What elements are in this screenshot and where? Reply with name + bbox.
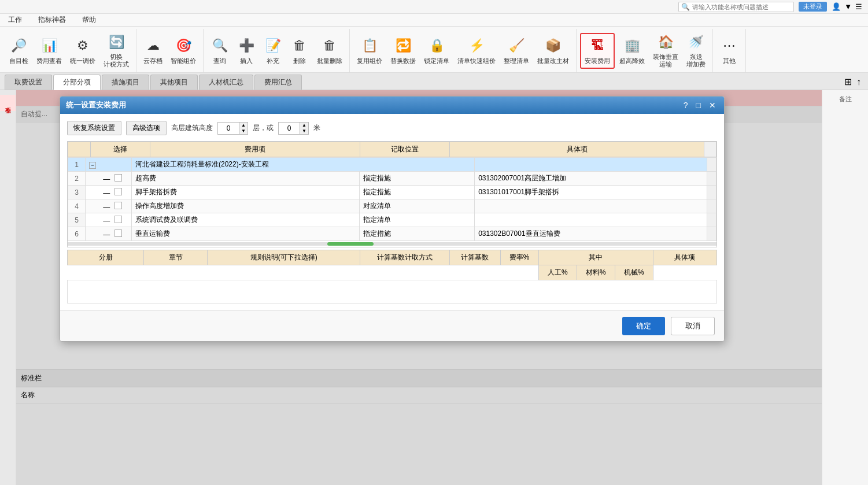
deco-vert-icon: 🏠 — [656, 33, 675, 51]
toolbar-item-unified[interactable]: ⚙ 统一调价 — [67, 34, 99, 68]
table-row: 4 — 操作高度增加费 对应清单 — [68, 199, 716, 213]
row-scroll-1 — [707, 158, 716, 172]
menu-work[interactable]: 工作 — [6, 14, 24, 26]
floor-down-btn[interactable]: ▼ — [239, 128, 248, 134]
bth-jisuan-base: 计算基数 — [449, 250, 500, 265]
tab-qufei[interactable]: 取费设置 — [5, 75, 52, 90]
toolbar-label-delete: 删除 — [293, 57, 306, 65]
toolbar-item-fee-view[interactable]: 📊 费用查看 — [33, 34, 65, 68]
tab-rencaiji[interactable]: 人材机汇总 — [199, 75, 253, 90]
th-fee-item: 费用项 — [150, 142, 360, 157]
expand-icon-1[interactable]: － — [89, 162, 96, 169]
cancel-button[interactable]: 取消 — [671, 317, 715, 335]
toolbar-item-insert[interactable]: ➕ 插入 — [234, 34, 259, 68]
search-box[interactable]: 🔍 — [678, 2, 794, 12]
toolbar-item-other[interactable]: ⋯ 其他 — [716, 34, 742, 68]
layout-icon[interactable]: ⊞ — [842, 74, 854, 90]
meter-up-btn[interactable]: ▲ — [300, 123, 308, 128]
menu-icon[interactable]: ☰ — [855, 2, 862, 11]
batch-mat-icon: 📦 — [544, 36, 563, 55]
super-eff-icon: 🏢 — [623, 36, 641, 55]
tab-feiyong[interactable]: 费用汇总 — [254, 75, 302, 90]
tab-fenbufenxiang[interactable]: 分部分项 — [53, 75, 101, 90]
checkbox-4[interactable] — [114, 202, 122, 209]
up-icon[interactable]: ↑ — [854, 75, 863, 90]
bottom-table-area: 分册 章节 规则说明(可下拉选择) 计算基数计取方式 计算基数 费率% 其中 具… — [67, 250, 717, 303]
toolbar-label-batch-mat: 批量改主材 — [537, 57, 569, 65]
checkbox-2[interactable] — [114, 174, 122, 182]
toolbar-item-quick-grp[interactable]: ⚡ 清单快速组价 — [454, 34, 499, 68]
menu-help[interactable]: 帮助 — [80, 14, 98, 26]
bottom-table-empty-row — [68, 280, 717, 303]
restore-btn[interactable]: 恢复系统设置 — [67, 121, 121, 135]
row-detail-5 — [475, 213, 707, 227]
checkbox-5[interactable] — [114, 216, 122, 223]
toolbar-label-batch-del: 批量删除 — [317, 57, 342, 65]
floor-spinner: ▲ ▼ — [239, 123, 248, 134]
checkbox-3[interactable] — [114, 188, 122, 195]
toolbar-item-reuse[interactable]: 📋 复用组价 — [353, 34, 386, 68]
toolbar-item-deco-vert[interactable]: 🏠 装饰垂直运输 — [649, 31, 682, 71]
other-icon: ⋯ — [720, 36, 738, 55]
checkbox-6[interactable] — [114, 229, 122, 237]
toolbar-item-install-fee[interactable]: 🏗 安装费用 — [580, 33, 615, 69]
th-select: 选择 — [90, 142, 150, 157]
login-button[interactable]: 未登录 — [799, 2, 827, 12]
bth2-detail — [653, 265, 716, 280]
meter-input[interactable] — [279, 124, 300, 133]
toolbar-label-install-fee: 安装费用 — [585, 57, 610, 65]
check-icon: 🔎 — [10, 36, 28, 55]
table-scroll[interactable]: 1 － 河北省建设工程消耗量标准(2022)-安装工程 — [68, 157, 716, 241]
floor-up-btn[interactable]: ▲ — [239, 123, 248, 128]
dash-4: — — [103, 203, 110, 211]
dialog-maximize-button[interactable]: □ — [694, 101, 703, 110]
settings-icon[interactable]: ▼ — [844, 2, 852, 11]
dialog-close-button[interactable]: ✕ — [707, 101, 718, 110]
toolbar-item-lock[interactable]: 🔒 锁定清单 — [420, 34, 453, 68]
toolbar-item-cloud[interactable]: ☁ 云存档 — [140, 34, 166, 68]
row-select-6: — — [86, 227, 132, 241]
toolbar-item-query[interactable]: 🔍 查询 — [207, 34, 232, 68]
toolbar-label-fee-view: 费用查看 — [36, 57, 62, 65]
toolbar-item-check[interactable]: 🔎 自目检 — [6, 34, 32, 68]
tab-qita[interactable]: 其他项目 — [150, 75, 198, 90]
dash-6: — — [103, 231, 110, 239]
toolbar-label-quick-grp: 清单快速组价 — [457, 57, 496, 65]
toolbar-item-clean[interactable]: 🧹 整理清单 — [500, 34, 533, 68]
row-position-3: 指定措施 — [360, 186, 475, 199]
toolbar-item-super-eff[interactable]: 🏢 超高降效 — [616, 34, 648, 68]
toolbar-label-unified: 统一调价 — [70, 57, 95, 65]
toolbar-item-switch[interactable]: 🔄 切换计税方式 — [100, 31, 132, 71]
toolbar-item-fill[interactable]: 📝 补充 — [260, 34, 286, 68]
toolbar-item-delete[interactable]: 🗑 删除 — [287, 34, 312, 68]
floor-label: 层，或 — [253, 123, 274, 133]
row-fee-3: 脚手架搭拆费 — [132, 186, 360, 199]
reuse-icon: 📋 — [360, 36, 379, 55]
meter-down-btn[interactable]: ▼ — [300, 128, 308, 134]
toolbar-item-smart[interactable]: 🎯 智能组价 — [167, 34, 200, 68]
bth-jisuan-base-method: 计算基数计取方式 — [360, 250, 449, 265]
top-icons: 👤 ▼ ☰ — [832, 2, 862, 11]
advanced-btn[interactable]: 高级选项 — [126, 121, 167, 135]
floor-input[interactable] — [218, 124, 239, 133]
row-scroll-2 — [707, 172, 716, 186]
scroll-indicator[interactable] — [68, 242, 716, 246]
tab-cuoshi[interactable]: 措施项目 — [102, 75, 149, 90]
toolbar-item-batch-del[interactable]: 🗑 批量删除 — [313, 34, 346, 68]
dialog-help-button[interactable]: ? — [681, 101, 690, 110]
left-sidebar: 别 整个项 — [0, 90, 16, 485]
search-input[interactable] — [692, 3, 785, 10]
confirm-button[interactable]: 确定 — [622, 317, 665, 335]
bottom-table: 分册 章节 规则说明(可下拉选择) 计算基数计取方式 计算基数 费率% 其中 具… — [67, 250, 717, 303]
toolbar-item-pump[interactable]: 🚿 泵送增加费 — [683, 31, 709, 71]
row-position-6: 指定措施 — [360, 227, 475, 241]
toolbar-label-deco-vert: 装饰垂直运输 — [653, 53, 678, 68]
toolbar-item-batch-mat[interactable]: 📦 批量改主材 — [534, 34, 572, 68]
person-icon[interactable]: 👤 — [832, 2, 841, 11]
height-label: 高层建筑高度 — [171, 123, 213, 133]
row-fee-2: 超高费 — [132, 172, 360, 186]
menu-indicator[interactable]: 指标神器 — [36, 14, 68, 26]
toolbar-label-fill: 补充 — [267, 57, 279, 65]
dash-5: — — [103, 217, 110, 225]
toolbar-item-replace[interactable]: 🔁 替换数据 — [387, 34, 419, 68]
